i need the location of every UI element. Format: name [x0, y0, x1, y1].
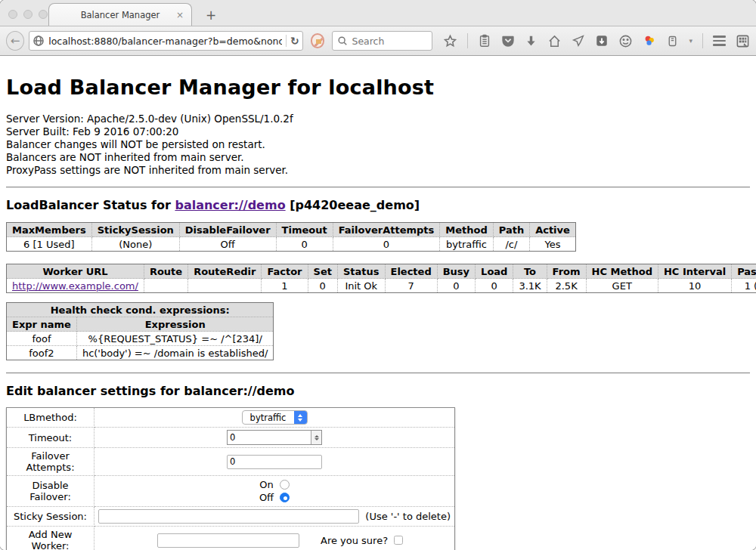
browser-window: Balancer Manager × + ← localhost:8880/ba…: [0, 0, 756, 550]
timeout-input[interactable]: [228, 431, 311, 444]
tab-balancer-manager[interactable]: Balancer Manager ×: [48, 3, 192, 26]
search-input[interactable]: [352, 36, 427, 47]
table-row: 6 [1 Used] (None) Off 0 0 bytraffic /c/ …: [7, 237, 576, 252]
server-version: Server Version: Apache/2.5.0-dev (Unix) …: [6, 113, 750, 125]
server-info: Server Version: Apache/2.5.0-dev (Unix) …: [6, 113, 750, 177]
url-bar[interactable]: localhost:8880/balancer-manager?b=demo&n…: [29, 31, 303, 51]
page-content: Load Balancer Manager for localhost Serv…: [0, 56, 756, 550]
new-tab-button[interactable]: +: [206, 8, 216, 23]
edit-balancer-form: LBmethod: bytraffic Timeout:: [6, 407, 455, 550]
health-table-title: Health check cond. expressions:: [7, 303, 274, 317]
navigation-toolbar: ← localhost:8880/balancer-manager?b=demo…: [0, 26, 756, 56]
close-window-button[interactable]: [8, 10, 17, 19]
status-heading: LoadBalancer Status for balancer://demo …: [6, 198, 750, 212]
download-icon[interactable]: [525, 35, 538, 48]
minimize-window-button[interactable]: [23, 10, 33, 19]
tab-bar: Balancer Manager × +: [0, 0, 756, 26]
colorway-extension-icon[interactable]: [643, 34, 656, 48]
health-check-table: Health check cond. expressions: Expr nam…: [6, 302, 274, 360]
select-stepper-icon: [294, 411, 307, 424]
content-blocked-icon[interactable]: [311, 33, 325, 48]
back-button[interactable]: ←: [6, 31, 24, 51]
search-icon: [337, 36, 348, 46]
bookmark-star-icon[interactable]: [443, 34, 457, 48]
tab-title: Balancer Manager: [81, 10, 160, 20]
failover-attempts-input[interactable]: [227, 455, 322, 469]
worker-table: Worker URL Route RouteRedir Factor Set S…: [6, 264, 756, 293]
home-icon[interactable]: [547, 34, 562, 48]
tab-close-icon[interactable]: ×: [176, 10, 184, 20]
reload-button[interactable]: ↻: [290, 35, 299, 47]
disable-failover-off-radio[interactable]: [280, 493, 290, 502]
timeout-input-wrap: [227, 430, 322, 445]
page-title: Load Balancer Manager for localhost: [6, 76, 750, 99]
add-worker-input[interactable]: [157, 533, 299, 548]
sticky-session-input[interactable]: [98, 509, 359, 524]
globe-icon: [33, 35, 45, 47]
reading-list-icon[interactable]: [478, 34, 491, 48]
proxypass-note: ProxyPass settings are NOT inherited fro…: [6, 164, 750, 177]
grid-tiles-icon[interactable]: [736, 34, 750, 48]
lbmethod-label: LBmethod:: [7, 408, 94, 428]
timeout-label: Timeout:: [7, 428, 94, 448]
expr-row: foof %{REQUEST_STATUS} =~ /^[234]/: [7, 332, 274, 346]
chevron-down-icon[interactable]: ▾: [689, 37, 692, 45]
divider: [6, 187, 750, 188]
window-controls[interactable]: [8, 10, 48, 19]
worker-url-link[interactable]: http://www.example.com/: [12, 280, 138, 292]
sticky-session-note: (Use '-' to delete): [365, 511, 451, 522]
balancer-demo-link[interactable]: balancer://demo: [175, 198, 285, 212]
number-spinner-icon[interactable]: [311, 431, 321, 444]
disable-failover-label: Disable Failover:: [7, 476, 94, 507]
expr-row: foof2 hc('body') =~ /domain is establish…: [7, 346, 274, 360]
persist-note: Balancer changes will NOT be persisted o…: [6, 138, 750, 151]
are-you-sure-label: Are you sure?: [321, 535, 388, 546]
feedback-smiley-icon[interactable]: [618, 34, 633, 48]
edit-settings-heading: Edit balancer settings for balancer://de…: [6, 384, 750, 398]
inherit-note: Balancers are NOT inherited from main se…: [6, 151, 750, 164]
menu-icon[interactable]: [713, 36, 726, 46]
url-text[interactable]: localhost:8880/balancer-manager?b=demo&n…: [48, 36, 282, 47]
zoom-window-button[interactable]: [39, 10, 48, 19]
are-you-sure-checkbox[interactable]: [394, 536, 403, 545]
save-to-pocket-square-icon[interactable]: [595, 34, 609, 48]
balancer-summary-table: MaxMembers StickySession DisableFailover…: [6, 222, 576, 252]
send-to-device-icon[interactable]: [572, 34, 585, 48]
divider: [6, 372, 750, 374]
disable-failover-on-radio[interactable]: [280, 480, 290, 490]
lbmethod-select[interactable]: bytraffic: [242, 410, 308, 425]
radio-on-label: On: [259, 479, 273, 490]
pocket-icon[interactable]: [501, 34, 515, 48]
sticky-session-label: Sticky Session:: [7, 507, 94, 527]
containers-icon[interactable]: [666, 35, 679, 48]
search-bar[interactable]: [332, 31, 432, 51]
failover-attempts-label: Failover Attempts:: [7, 448, 94, 476]
toolbar-icons: ▾: [443, 33, 750, 48]
radio-off-label: Off: [259, 492, 274, 503]
server-built: Server Built: Feb 9 2016 07:00:20: [6, 125, 750, 138]
worker-row: http://www.example.com/ 1 0 Init Ok 7 0 …: [7, 279, 756, 293]
add-worker-label: Add New Worker:: [7, 527, 94, 550]
